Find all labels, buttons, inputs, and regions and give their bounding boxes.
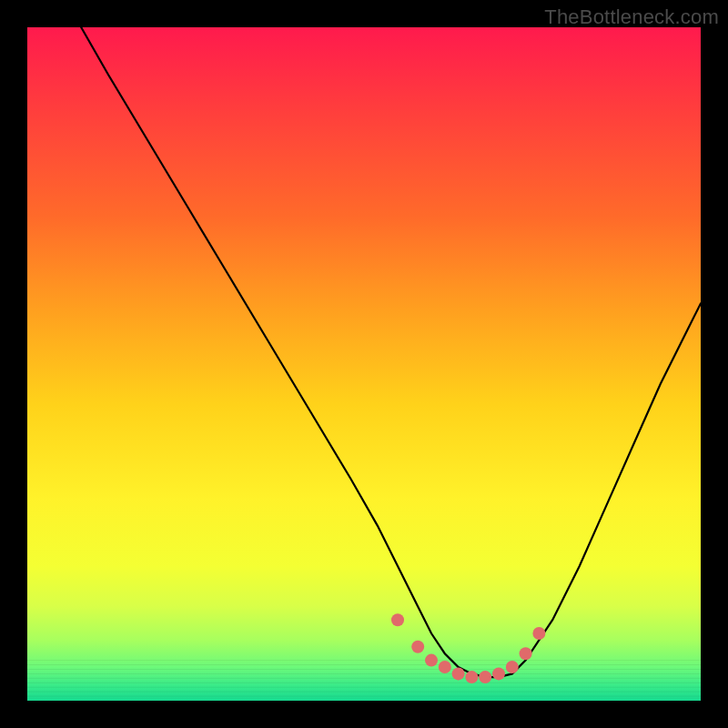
chart-overlay: [27, 27, 701, 701]
watermark-text: TheBottleneck.com: [544, 5, 719, 29]
highlight-dot: [425, 654, 438, 667]
highlight-dot: [506, 661, 519, 673]
highlight-dot: [411, 641, 424, 653]
highlight-dot: [492, 667, 505, 680]
highlight-dot: [465, 671, 478, 683]
chart-frame: TheBottleneck.com: [0, 0, 728, 728]
bottom-bands: [27, 661, 701, 697]
plot-area: [27, 27, 701, 701]
curve-line: [81, 27, 701, 677]
highlight-dot: [520, 647, 532, 660]
highlight-dot: [452, 667, 465, 680]
highlight-dot: [439, 661, 451, 673]
highlight-dot: [532, 627, 545, 640]
highlight-dot: [391, 613, 404, 626]
highlight-dot: [479, 671, 491, 683]
highlight-dots: [391, 613, 545, 683]
